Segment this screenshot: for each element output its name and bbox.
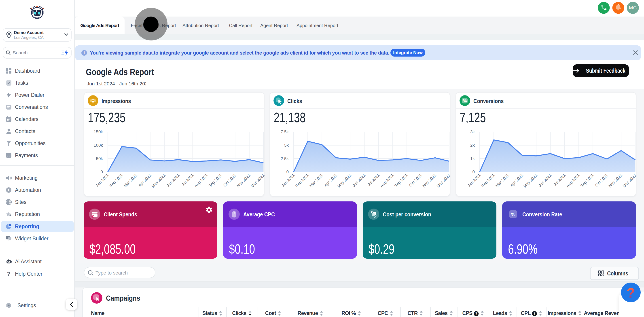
svg-text:May 2021: May 2021: [151, 173, 166, 189]
svg-text:Mar 2021: Mar 2021: [495, 173, 510, 188]
svg-text:Aug 2021: Aug 2021: [379, 173, 395, 188]
svg-text:Jul 2021: Jul 2021: [181, 173, 194, 187]
svg-text:2k: 2k: [470, 143, 475, 148]
svg-text:3k: 3k: [470, 130, 475, 134]
svg-text:May 2021: May 2021: [522, 173, 538, 189]
svg-text:Jul 2021: Jul 2021: [366, 173, 380, 187]
svg-text:Mar 2021: Mar 2021: [123, 173, 138, 188]
svg-text:150k: 150k: [94, 130, 103, 134]
svg-text:Apr 2021: Apr 2021: [138, 173, 152, 188]
svg-text:Feb 2021: Feb 2021: [480, 173, 496, 188]
svg-text:7.5k: 7.5k: [281, 130, 289, 134]
svg-text:%: %: [511, 212, 516, 217]
svg-text:1k: 1k: [470, 156, 475, 161]
svg-text:0: 0: [472, 170, 475, 174]
svg-text:Jul 2021: Jul 2021: [552, 173, 566, 187]
svg-text:Oct 2021: Oct 2021: [594, 173, 609, 188]
svg-text:0: 0: [100, 170, 103, 174]
svg-text:Jun 2021: Jun 2021: [352, 173, 366, 188]
svg-text:Jun 2021: Jun 2021: [538, 173, 552, 188]
svg-text:Mar 2021: Mar 2021: [309, 173, 324, 188]
svg-text:?: ?: [626, 285, 635, 300]
svg-text:Jun 2021: Jun 2021: [166, 173, 181, 188]
svg-text:Nov 2021: Nov 2021: [236, 173, 251, 188]
svg-text:Feb 2021: Feb 2021: [109, 173, 124, 188]
svg-text:Dec 2021: Dec 2021: [436, 173, 450, 188]
svg-text:Dec 2021: Dec 2021: [250, 173, 264, 188]
svg-text:Nov 2021: Nov 2021: [608, 173, 623, 188]
svg-text:Jan 2021: Jan 2021: [95, 173, 110, 188]
svg-text:Sep 2021: Sep 2021: [393, 173, 409, 188]
svg-text:100k: 100k: [94, 143, 103, 148]
svg-text:Nov 2021: Nov 2021: [422, 173, 437, 188]
svg-text:Apr 2021: Apr 2021: [323, 173, 338, 188]
svg-text:Jan 2021: Jan 2021: [467, 173, 482, 188]
svg-text:Aug 2021: Aug 2021: [194, 173, 209, 188]
svg-text:Sep 2021: Sep 2021: [580, 173, 595, 188]
svg-text:Aug 2021: Aug 2021: [565, 173, 581, 188]
svg-text:50k: 50k: [96, 156, 103, 161]
svg-text:0: 0: [286, 170, 289, 174]
svg-text:May 2021: May 2021: [336, 173, 352, 189]
svg-text:Oct 2021: Oct 2021: [222, 173, 237, 188]
svg-text:Jan 2021: Jan 2021: [281, 173, 296, 188]
svg-text:Dec 2021: Dec 2021: [622, 173, 636, 188]
svg-text:Apr 2021: Apr 2021: [510, 173, 524, 188]
svg-text:2.5k: 2.5k: [281, 156, 289, 161]
svg-text:5k: 5k: [284, 143, 289, 148]
svg-text:Sep 2021: Sep 2021: [208, 173, 223, 188]
svg-text:Oct 2021: Oct 2021: [408, 173, 423, 188]
svg-text:Feb 2021: Feb 2021: [294, 173, 310, 188]
